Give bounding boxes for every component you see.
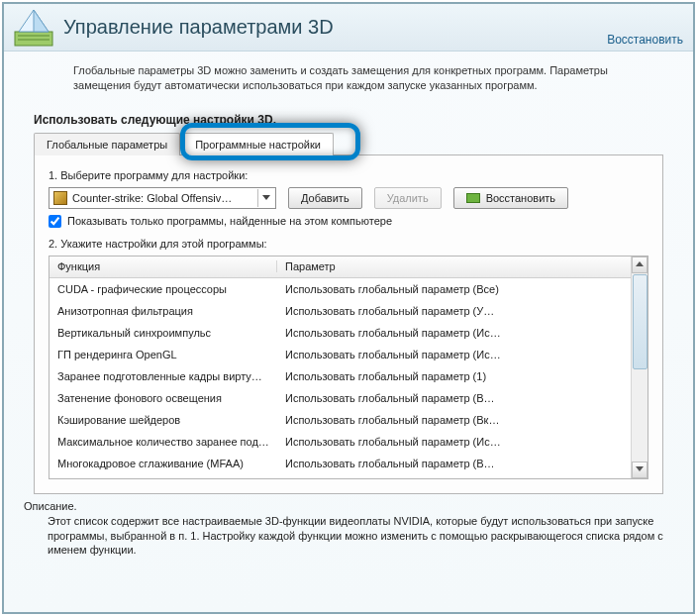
csgo-icon xyxy=(53,191,67,205)
description-text: Этот список содержит все настраиваемые 3… xyxy=(24,514,663,559)
svg-rect-0 xyxy=(15,32,52,46)
table-row[interactable]: Максимальное количество заранее под…Испо… xyxy=(50,431,631,453)
cell-parameter: Использовать глобальный параметр (Ис… xyxy=(277,436,631,448)
cell-function: Максимальное количество заранее под… xyxy=(50,436,277,448)
remove-button[interactable]: Удалить xyxy=(374,187,442,209)
cell-parameter: Использовать глобальный параметр (В… xyxy=(277,458,631,469)
tab-global[interactable]: Глобальные параметры xyxy=(34,133,180,155)
cell-function: Затенение фонового освещения xyxy=(50,392,277,404)
table-row[interactable]: Многокадровое сглаживание (MFAA)Использо… xyxy=(50,453,631,474)
show-only-found-label: Показывать только программы, найденные н… xyxy=(67,215,392,227)
chevron-down-icon xyxy=(257,189,273,207)
cell-parameter: Использовать глобальный параметр (В… xyxy=(277,392,631,404)
scroll-up-button[interactable] xyxy=(632,257,647,273)
program-select[interactable]: Counter-strike: Global Offensiv… xyxy=(49,187,276,209)
tab-program[interactable]: Программные настройки xyxy=(182,133,334,155)
cell-parameter: Использовать глобальный параметр (Все) xyxy=(277,283,631,295)
cell-function: Кэширование шейдеров xyxy=(50,414,277,426)
cell-parameter: Использовать глобальный параметр (1) xyxy=(277,370,631,382)
cell-parameter: Использовать глобальный параметр (Ис… xyxy=(277,327,631,339)
table-row[interactable]: ГП рендеринга OpenGLИспользовать глобаль… xyxy=(50,344,631,365)
program-selected-text: Counter-strike: Global Offensiv… xyxy=(72,192,257,204)
table-row[interactable]: Кэширование шейдеровИспользовать глобаль… xyxy=(50,409,631,431)
table-row[interactable]: Вертикальный синхроимпульсИспользовать г… xyxy=(50,322,631,344)
scroll-track[interactable] xyxy=(632,273,647,462)
table-row[interactable]: Затенение фонового освещенияИспользовать… xyxy=(50,387,631,409)
description-heading: Описание. xyxy=(24,500,663,512)
settings-grid: Функция Параметр CUDA - графические проц… xyxy=(49,256,648,479)
restore-button-label: Восстановить xyxy=(486,192,555,204)
cell-parameter: Использовать глобальный параметр (Вк… xyxy=(277,414,631,426)
grid-header: Функция Параметр xyxy=(50,257,631,278)
add-button[interactable]: Добавить xyxy=(288,187,362,209)
step2-label: 2. Укажите настройки для этой программы: xyxy=(49,238,648,250)
header-restore-link[interactable]: Восстановить xyxy=(607,33,683,47)
cell-function: ГП рендеринга OpenGL xyxy=(50,349,277,360)
cell-function: Анизотропная фильтрация xyxy=(50,305,277,317)
svg-marker-6 xyxy=(636,261,644,266)
svg-marker-2 xyxy=(34,10,49,32)
page-title: Управление параметрами 3D xyxy=(63,16,334,39)
cell-function: CUDA - графические процессоры xyxy=(50,283,277,295)
tabs: Глобальные параметры Программные настрой… xyxy=(34,133,663,155)
program-panel: 1. Выберите программу для настройки: Cou… xyxy=(34,154,663,494)
intro-text: Глобальные параметры 3D можно заменить и… xyxy=(4,51,693,93)
cell-function: Заранее подготовленные кадры вирту… xyxy=(50,370,277,382)
cell-function: Вертикальный синхроимпульс xyxy=(50,327,277,339)
table-row[interactable]: CUDA - графические процессорыИспользоват… xyxy=(50,278,631,300)
column-function[interactable]: Функция xyxy=(50,260,277,272)
column-parameter[interactable]: Параметр xyxy=(277,260,631,272)
cell-parameter: Использовать глобальный параметр (Ис… xyxy=(277,349,631,360)
svg-marker-7 xyxy=(636,466,644,471)
svg-marker-5 xyxy=(262,195,270,200)
scroll-thumb[interactable] xyxy=(633,274,647,369)
header: Управление параметрами 3D Восстановить xyxy=(4,4,693,51)
section-heading: Использовать следующие настройки 3D. xyxy=(34,113,663,127)
scroll-down-button[interactable] xyxy=(632,462,647,478)
step1-label: 1. Выберите программу для настройки: xyxy=(49,169,648,181)
table-row[interactable]: Заранее подготовленные кадры вирту…Испол… xyxy=(50,365,631,387)
restore-button[interactable]: Восстановить xyxy=(453,187,568,209)
cell-parameter: Использовать глобальный параметр (У… xyxy=(277,305,631,317)
nvidia-logo-icon xyxy=(466,193,480,203)
grid-scrollbar[interactable] xyxy=(631,257,647,478)
nvidia-3d-icon xyxy=(14,8,53,48)
cell-function: Многокадровое сглаживание (MFAA) xyxy=(50,458,277,469)
table-row[interactable]: Анизотропная фильтрацияИспользовать глоб… xyxy=(50,300,631,322)
show-only-found-checkbox[interactable] xyxy=(49,215,61,228)
